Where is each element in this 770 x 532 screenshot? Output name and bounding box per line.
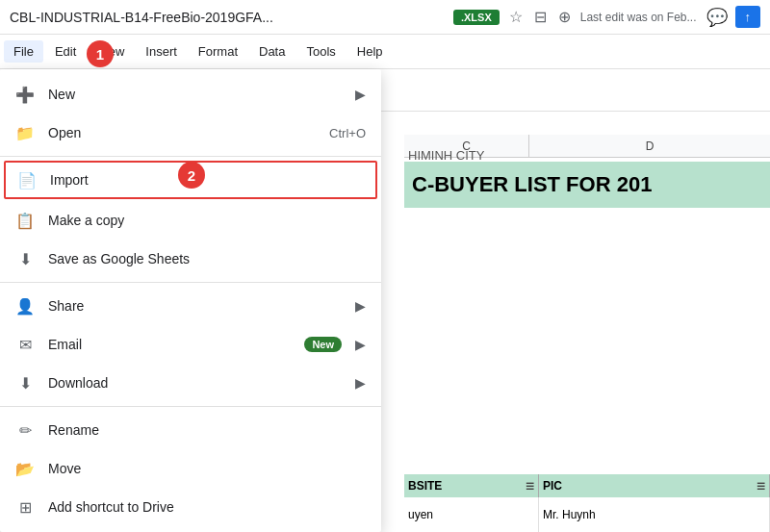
menu-savegoogle-label: Save as Google Sheets (48, 251, 366, 266)
move-icon: 📂 (15, 459, 35, 478)
col-header-d: D (529, 135, 770, 158)
share-button[interactable]: ↑ (735, 6, 761, 28)
makecopy-icon: 📋 (15, 211, 35, 230)
title-bar: CBL-INDUSTRIAL-B14-FreeBio-2019GFA... .X… (0, 0, 770, 35)
menu-item-download[interactable]: ⬇ Download ▶ (0, 364, 381, 402)
share-arrow: ▶ (355, 298, 366, 314)
last-edit-text: Last edit was on Feb... (580, 11, 697, 24)
menu-download-label: Download (48, 375, 342, 391)
download-arrow: ▶ (355, 375, 366, 391)
divider-1 (0, 156, 381, 157)
history-icon[interactable]: ⊕ (558, 8, 571, 26)
menu-import-label: Import (50, 172, 364, 188)
title-text: CBL-INDUSTRIAL-B14-FreeBio-2019GFA... (10, 10, 444, 25)
menu-item-email[interactable]: ✉ Email New ▶ (0, 325, 381, 364)
annotation-1: 1 (87, 40, 114, 67)
menu-file[interactable]: File (4, 40, 43, 63)
menu-item-new[interactable]: ➕ New ▶ (0, 75, 381, 114)
menu-item-share[interactable]: 👤 Share ▶ (0, 287, 381, 325)
right-icons: 💬 ↑ (706, 6, 761, 28)
menu-new-label: New (48, 87, 342, 102)
filter-col-bsite: BSITE ☰ (404, 474, 539, 497)
menu-tools[interactable]: Tools (296, 40, 345, 63)
menu-item-open[interactable]: 📁 Open Ctrl+O (0, 114, 381, 152)
filter-bsite-icon[interactable]: ☰ (526, 481, 534, 492)
menu-item-move[interactable]: 📂 Move (0, 449, 381, 488)
data-row: uyen Mr. Huynh (404, 497, 770, 532)
star-icon[interactable]: ☆ (509, 8, 523, 26)
email-icon: ✉ (15, 335, 35, 354)
open-icon: 📁 (15, 123, 35, 142)
menu-addshortcut-label: Add shortcut to Drive (48, 499, 366, 515)
email-arrow: ▶ (355, 337, 366, 352)
menu-open-label: Open (48, 125, 316, 140)
file-menu-dropdown: ➕ New ▶ 📁 Open Ctrl+O 📄 Import 📋 Make a … (0, 69, 381, 532)
download-icon: ⬇ (15, 373, 35, 393)
menu-item-savegoogle[interactable]: ⬇ Save as Google Sheets (0, 240, 381, 278)
menu-help[interactable]: Help (347, 40, 393, 63)
filter-row: BSITE ☰ PIC ☰ (404, 474, 770, 497)
menu-share-label: Share (48, 298, 342, 314)
new-icon: ➕ (15, 85, 35, 104)
rename-icon: ✏ (15, 420, 35, 440)
open-shortcut: Ctrl+O (329, 126, 366, 140)
menu-data[interactable]: Data (249, 40, 295, 63)
filter-pic-icon[interactable]: ☰ (757, 481, 765, 492)
cloud-icon[interactable]: ⊟ (534, 8, 547, 26)
data-cell-1: uyen (404, 497, 539, 532)
title-icons: ☆ ⊟ ⊕ (509, 8, 571, 26)
divider-3 (0, 406, 381, 407)
c-buyer-header: C-BUYER LIST FOR 201 (404, 162, 770, 208)
share-icon: 👤 (15, 296, 35, 316)
import-icon: 📄 (17, 170, 37, 190)
menu-bar: File Edit View Insert Format Data Tools … (0, 35, 770, 69)
addshortcut-icon: ⊞ (15, 497, 35, 517)
menu-item-makecopy[interactable]: 📋 Make a copy (0, 201, 381, 240)
chat-icon[interactable]: 💬 (706, 7, 728, 28)
menu-email-label: Email (48, 337, 291, 352)
new-arrow: ▶ (355, 87, 366, 102)
email-new-badge: New (304, 337, 342, 352)
menu-edit[interactable]: Edit (45, 40, 86, 63)
menu-item-rename[interactable]: ✏ Rename (0, 411, 381, 449)
filter-pic-label: PIC (543, 479, 562, 493)
filter-bsite-label: BSITE (408, 479, 442, 493)
menu-move-label: Move (48, 461, 366, 476)
menu-format[interactable]: Format (189, 40, 247, 63)
xlsx-badge: .XLSX (453, 10, 500, 25)
menu-rename-label: Rename (48, 422, 366, 438)
menu-item-addshortcut[interactable]: ⊞ Add shortcut to Drive (0, 488, 381, 526)
data-cell-2: Mr. Huynh (539, 497, 770, 532)
menu-insert[interactable]: Insert (136, 40, 187, 63)
divider-2 (0, 282, 381, 283)
savegoogle-icon: ⬇ (15, 249, 35, 268)
filter-col-pic: PIC ☰ (539, 474, 770, 497)
annotation-2: 2 (178, 162, 205, 189)
menu-makecopy-label: Make a copy (48, 213, 366, 228)
